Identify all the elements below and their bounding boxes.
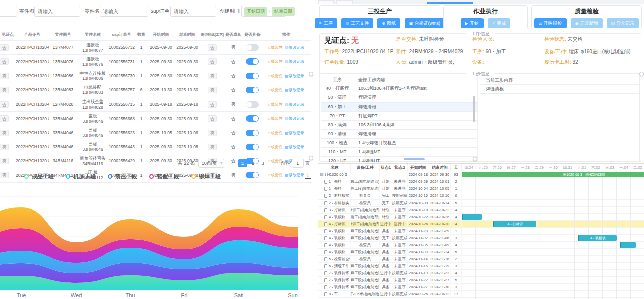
gantt-row[interactable]: 2 - 材料核实检查员完工按期完成2024-10-102024-10-100 xyxy=(318,192,644,200)
ready-toggle[interactable] xyxy=(246,73,259,79)
set-check-link[interactable]: ⌂成套性 xyxy=(268,74,283,78)
column-header[interactable]: 零件图号 xyxy=(49,29,77,41)
gantt-row[interactable]: 4 - 装模块铆工(核电制造部)计划未进序2024-10-222024-10-2… xyxy=(318,214,644,221)
next-page-icon[interactable]: › xyxy=(270,159,278,167)
column-header[interactable]: 产品令号 xyxy=(15,29,49,41)
part-no-input[interactable] xyxy=(34,6,80,17)
gantt-row[interactable]: 4 - 装模块铆焊工段(核电制造部)具备未进序2024-11-092024-11… xyxy=(318,249,644,256)
modify-record-link[interactable]: ▤修改记录 xyxy=(285,145,305,149)
vertical-scrollbar[interactable] xyxy=(473,96,475,122)
gantt-row[interactable]: 7 - 装保持环铆焊工段(核电制造部)具备未进序2024-11-272024-1… xyxy=(318,284,644,291)
splitter-handle[interactable] xyxy=(309,156,313,160)
page-number[interactable]: 3 xyxy=(259,159,267,167)
horizontal-scrollbar[interactable] xyxy=(404,158,425,160)
table-row[interactable]: 否2022HPCH1020-84-1M33RM4046盖板 33RM404610… xyxy=(0,140,311,154)
page-number[interactable]: 2 xyxy=(249,159,257,167)
异常记录-button[interactable]: ▤异常记录 xyxy=(607,18,639,28)
date-end-chip[interactable]: 结束日期 xyxy=(272,7,295,16)
sap-order-input[interactable] xyxy=(170,6,216,17)
图纸-button[interactable]: ⊕图纸 xyxy=(377,18,400,28)
modify-record-link[interactable]: ▤修改记录 xyxy=(285,45,305,50)
column-header[interactable]: 是否具备 xyxy=(243,29,262,41)
modify-record-link[interactable]: ▤修改记录 xyxy=(285,102,305,107)
gantt-row[interactable]: 4 - 装模块铆焊工段(核电制造部)具备未进序2024-11-282024-11… xyxy=(318,228,644,235)
ready-toggle[interactable] xyxy=(246,130,259,136)
table-row[interactable]: 否2022HPCH1020-84-1M13RM4083电缆装配 13RM4083… xyxy=(0,83,311,97)
legend-item[interactable]: 铆焊工段 xyxy=(191,173,221,180)
gantt-row[interactable]: 1 - 领料铆工(核电制造部)计划未进序2024-09-292024-10-01… xyxy=(318,178,644,185)
工序-button[interactable]: ≡工序 xyxy=(315,18,337,28)
process-row[interactable]: 120・UT1-4焊缝UT xyxy=(321,157,477,162)
table-row[interactable]: 否2022HPCH1020-84-2M33RM4046盖板 33RM404610… xyxy=(0,126,311,140)
合格证(wms)-button[interactable]: ▣合格证(wms) xyxy=(405,18,445,28)
process-row[interactable]: 110・MT1-4焊缝MT xyxy=(321,148,477,157)
date-range-picker[interactable]: 开始日期 - 结束日期 xyxy=(242,6,286,17)
modify-record-link[interactable]: ▤修改记录 xyxy=(285,59,305,64)
table-row[interactable]: 否2022HPCH1020-84-1M13RM4076连接板 13RM40761… xyxy=(0,55,311,69)
gantt-row[interactable]: 4 - 装模块铆焊工段(核电制造部)完工按期完成2024-11-022024-1… xyxy=(318,235,644,242)
gantt-row[interactable]: 7 - 装保持环铆焊工段(核电制造部)进行中按期完成2024-11-192024… xyxy=(318,270,644,277)
set-check-link[interactable]: ⌂成套性 xyxy=(268,131,283,135)
table-row[interactable]: 否2022HPCH1020-84-3M33RM4046盖板 33RM404610… xyxy=(0,112,311,126)
process-row[interactable]: 80・满焊106.3和106.4满焊 xyxy=(321,121,477,130)
ready-toggle[interactable] xyxy=(246,101,259,108)
part-name-input[interactable] xyxy=(100,6,148,17)
process-row[interactable]: 60・加工焊缝清根 xyxy=(321,103,477,112)
modify-record-link[interactable]: ▤修改记录 xyxy=(285,88,305,92)
gantt-column-header[interactable]: 状态2 xyxy=(392,164,408,171)
column-header[interactable]: 数量 xyxy=(135,29,148,41)
完成-button[interactable]: ✓完成 xyxy=(488,18,511,28)
current-step-row[interactable]: 焊缝清根 xyxy=(480,85,639,94)
ready-toggle[interactable] xyxy=(246,115,259,122)
process-row[interactable]: 50・清理焊缝清理 xyxy=(321,93,477,103)
gantt-column-header[interactable]: 名称 xyxy=(318,164,351,171)
ready-toggle[interactable] xyxy=(246,144,259,150)
column-header[interactable]: 是否转线(工艺) xyxy=(200,29,224,41)
process-row[interactable]: 40・打底焊106.3和106.4打底焊1-4号焊缝test xyxy=(321,84,477,93)
legend-item[interactable]: 成品工段 xyxy=(24,173,54,180)
gantt-bar[interactable] xyxy=(462,214,482,220)
工艺文件-button[interactable]: ▤工艺文件 xyxy=(341,18,374,28)
legend-item[interactable]: 装配工段 xyxy=(149,173,179,180)
legend-item[interactable]: 机加工段 xyxy=(66,173,96,180)
table-row[interactable]: 否2022HPCH1020-84-1M12RM4028主出线盒盖 12RM402… xyxy=(0,97,311,112)
呼叫报检-button[interactable]: ☑呼叫报检 xyxy=(534,18,567,28)
table-row[interactable]: 否2022HPCH1020-84-1M13RM4086中性点连接板 13RM40… xyxy=(0,69,311,83)
gantt-column-header[interactable]: 设备/工种 xyxy=(351,164,380,171)
gantt-bar[interactable] xyxy=(620,242,637,248)
page-size-select[interactable]: 10条/页 xyxy=(198,159,225,168)
开始-button[interactable]: ▶开始 xyxy=(461,18,484,28)
gantt-column-header[interactable]: 天 xyxy=(451,164,462,171)
gantt-column-header[interactable]: 状态1 xyxy=(380,164,392,171)
set-check-link[interactable]: ⌂成套性 xyxy=(268,88,283,92)
gantt-row[interactable]: ⊟H1020-66-3 - MHZ2A63002024-09-182024-09… xyxy=(318,171,644,178)
gantt-column-header[interactable]: 结束时间 xyxy=(429,164,451,171)
gantt-bar[interactable]: 4 - 装模块 xyxy=(578,235,618,241)
set-check-link[interactable]: ⌂成套性 xyxy=(268,45,283,50)
column-header[interactable]: 操作 xyxy=(262,29,311,41)
active-tab-indicator[interactable] xyxy=(427,2,473,4)
prev-page-icon[interactable]: ‹ xyxy=(227,159,235,167)
gantt-bar[interactable]: 4 - 打标识 xyxy=(493,221,537,227)
tab-1[interactable] xyxy=(318,0,334,4)
gantt-row[interactable]: 5 - 检查桩全块外径检查员具备未进序2024-11-142024-11-162 xyxy=(318,256,644,263)
set-check-link[interactable]: ⌂成套性 xyxy=(268,145,283,149)
download-icon[interactable]: ↓ xyxy=(304,172,312,179)
splitter-handle[interactable] xyxy=(639,72,644,76)
process-row[interactable]: 100・检查1-4号焊缝目视检查 xyxy=(321,139,477,148)
gantt-row[interactable]: 4 - 装模块检查员具备未进序2024-11-052024-11-094 xyxy=(318,242,644,249)
ready-toggle[interactable] xyxy=(246,44,259,51)
modify-record-link[interactable]: ▤修改记录 xyxy=(285,74,305,78)
collapse-icon[interactable]: ⊟ xyxy=(320,172,324,177)
column-header[interactable]: 开始时间 xyxy=(148,29,174,41)
column-header[interactable]: 结束时间 xyxy=(174,29,200,41)
date-start-chip[interactable]: 开始日期 xyxy=(244,7,267,16)
gantt-row[interactable]: 4 - 打标识标识工(核电制造部)进行中进行中2024-10-262024-10… xyxy=(318,221,644,228)
gantt-row[interactable]: 8 - 车立车-2.5米(核电制造部)进行中按期完成2024-09-252024… xyxy=(318,291,644,298)
gantt-bar[interactable]: H1020-66-3 - MHZ2A6300 xyxy=(462,172,644,177)
goto-page-input[interactable] xyxy=(292,159,304,168)
gantt-column-header[interactable]: 开始时间 xyxy=(408,164,429,171)
modify-record-link[interactable]: ▤修改记录 xyxy=(285,116,305,121)
splitter-handle[interactable] xyxy=(309,72,313,76)
legend-item[interactable]: 装压工段 xyxy=(108,173,137,180)
